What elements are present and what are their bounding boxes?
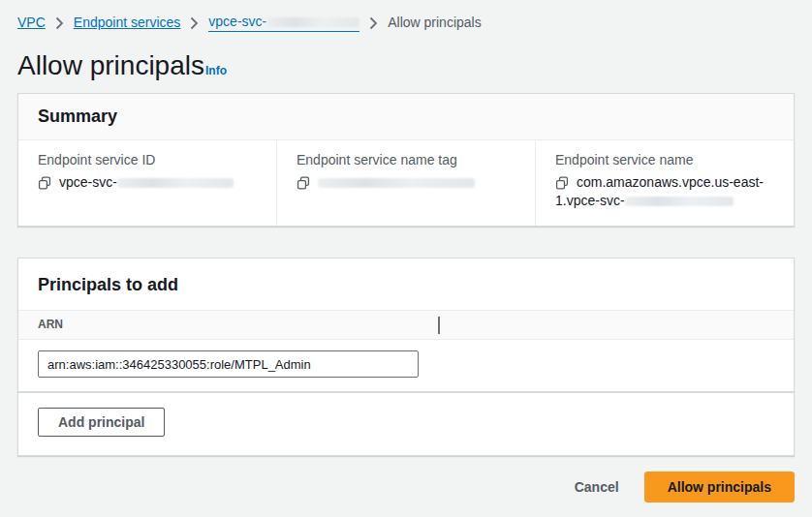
redacted-value (318, 178, 475, 188)
value-text: vpce-svc- (59, 174, 117, 190)
summary-grid: Endpoint service ID vpce-svc- Endpoint s… (18, 140, 794, 226)
principals-title: Principals to add (38, 275, 774, 295)
field-label: Endpoint service name tag (297, 152, 515, 168)
summary-field-endpoint-service-id: Endpoint service ID vpce-svc- (18, 140, 276, 226)
breadcrumb-link-endpoint-services[interactable]: Endpoint services (74, 15, 181, 31)
chevron-right-icon (55, 16, 64, 30)
summary-panel-header: Summary (18, 94, 794, 140)
column-resize-divider[interactable] (438, 317, 440, 334)
summary-field-endpoint-service-name-tag: Endpoint service name tag (276, 140, 535, 226)
breadcrumb-link-endpoint-service-id[interactable]: vpce-svc- (208, 14, 359, 32)
redacted-text (266, 17, 359, 27)
breadcrumb-link-vpc[interactable]: VPC (17, 15, 46, 31)
copy-icon[interactable] (555, 176, 569, 190)
principals-panel-header: Principals to add (18, 258, 794, 310)
redacted-value (117, 178, 234, 188)
allow-principals-button[interactable]: Allow principals (644, 471, 795, 502)
arn-input-row (18, 340, 794, 391)
breadcrumb: VPC Endpoint services vpce-svc- Allow pr… (17, 14, 795, 32)
cancel-button[interactable]: Cancel (569, 474, 625, 500)
page-title: Allow principals (17, 49, 204, 81)
field-label: Endpoint service ID (38, 152, 257, 168)
breadcrumb-current-page: Allow principals (388, 15, 481, 31)
allow-principals-page: VPC Endpoint services vpce-svc- Allow pr… (0, 0, 812, 517)
arn-column-header: ARN (38, 318, 63, 331)
field-label: Endpoint service name (555, 152, 774, 168)
principals-to-add-panel: Principals to add ARN Add principal (17, 258, 795, 456)
field-value: vpce-svc- (38, 173, 257, 192)
breadcrumb-service-id-prefix: vpce-svc- (208, 14, 266, 29)
form-actions: Cancel Allow principals (17, 471, 795, 502)
summary-panel: Summary Endpoint service ID vpce-svc- En… (17, 93, 795, 227)
field-value (297, 173, 515, 192)
principals-panel-footer: Add principal (18, 391, 794, 455)
add-principal-button[interactable]: Add principal (38, 408, 165, 437)
field-value: com.amazonaws.vpce.us-east-1.vpce-svc- (555, 173, 774, 210)
arn-input[interactable] (38, 350, 419, 378)
summary-field-endpoint-service-name: Endpoint service name com.amazonaws.vpce… (535, 140, 794, 226)
info-link[interactable]: Info (205, 64, 227, 77)
page-title-row: Allow principals Info (17, 49, 795, 81)
copy-icon[interactable] (38, 176, 51, 190)
arn-column-header-row: ARN (18, 310, 794, 340)
chevron-right-icon (369, 16, 378, 30)
redacted-value (625, 197, 734, 206)
chevron-right-icon (190, 16, 199, 30)
copy-icon[interactable] (297, 176, 310, 190)
summary-title: Summary (38, 106, 774, 127)
